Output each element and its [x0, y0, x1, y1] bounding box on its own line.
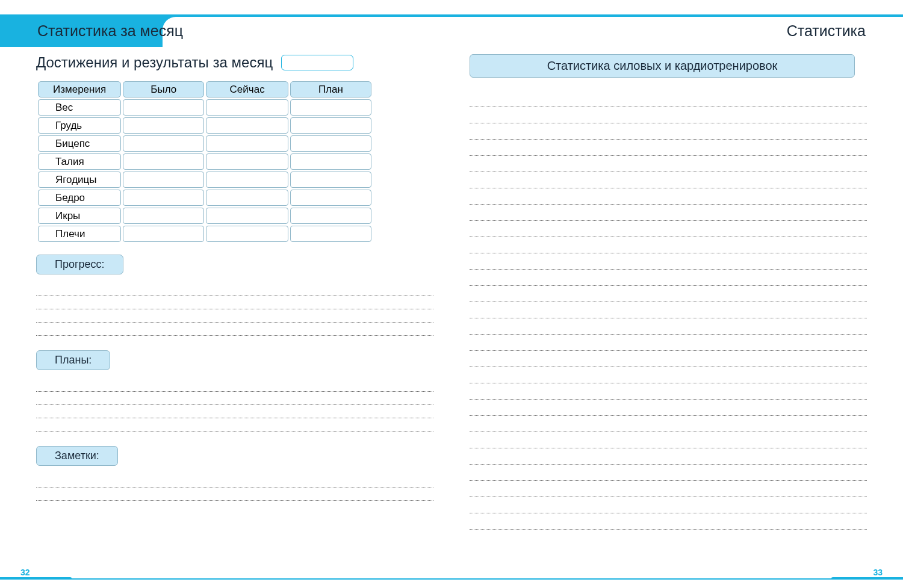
month-input[interactable] [281, 55, 353, 70]
writing-line[interactable] [36, 392, 433, 405]
writing-line[interactable] [470, 302, 867, 318]
writing-line[interactable] [470, 156, 867, 172]
footer-rule-mid [72, 578, 831, 580]
col-now: Сейчас [206, 81, 288, 97]
measure-cell[interactable] [206, 117, 288, 134]
table-row: Плечи [38, 226, 371, 242]
writing-line[interactable] [470, 513, 867, 530]
measure-cell[interactable] [123, 153, 204, 170]
writing-line[interactable] [470, 465, 867, 481]
col-was: Было [123, 81, 204, 97]
achievements-title: Достижения и результаты за месяц [36, 54, 273, 71]
writing-line[interactable] [470, 140, 867, 156]
measure-label: Вес [38, 99, 121, 116]
measure-cell[interactable] [290, 172, 371, 188]
table-row: Бицепс [38, 135, 371, 152]
writing-line[interactable] [470, 172, 867, 188]
writing-line[interactable] [470, 448, 867, 465]
page-number-right: 33 [873, 568, 883, 577]
writing-line[interactable] [470, 188, 867, 205]
measure-cell[interactable] [290, 153, 371, 170]
table-row: Икры [38, 208, 371, 224]
measure-cell[interactable] [206, 172, 288, 188]
measure-label: Бедро [38, 190, 121, 206]
section-notes: Заметки: [36, 446, 433, 501]
table-row: Бедро [38, 190, 371, 206]
measure-cell[interactable] [123, 208, 204, 224]
table-row: Вес [38, 99, 371, 116]
plans-label: Планы: [36, 350, 110, 370]
measure-cell[interactable] [123, 226, 204, 242]
measure-cell[interactable] [290, 190, 371, 206]
writing-line[interactable] [470, 107, 867, 123]
writing-line[interactable] [470, 383, 867, 400]
writing-line[interactable] [470, 286, 867, 302]
measure-cell[interactable] [206, 190, 288, 206]
writing-line[interactable] [470, 400, 867, 416]
writing-line[interactable] [36, 405, 433, 418]
writing-line[interactable] [36, 309, 433, 323]
tab-stats: Статистика [787, 14, 866, 47]
writing-line[interactable] [36, 323, 433, 336]
footer: 32 33 [0, 568, 903, 580]
plans-lines[interactable] [36, 379, 433, 432]
col-measure: Измерения [38, 81, 121, 97]
writing-line[interactable] [470, 237, 867, 253]
strength-cardio-lines[interactable] [470, 91, 867, 530]
notes-label: Заметки: [36, 446, 118, 466]
measure-cell[interactable] [290, 117, 371, 134]
measure-label: Грудь [38, 117, 121, 134]
writing-line[interactable] [470, 497, 867, 513]
writing-line[interactable] [36, 379, 433, 392]
measure-cell[interactable] [206, 153, 288, 170]
writing-line[interactable] [470, 270, 867, 286]
progress-lines[interactable] [36, 283, 433, 336]
measure-cell[interactable] [206, 208, 288, 224]
section-plans: Планы: [36, 350, 433, 432]
writing-line[interactable] [36, 283, 433, 296]
page-left: Достижения и результаты за месяц Измерен… [36, 54, 433, 558]
writing-line[interactable] [470, 432, 867, 448]
measure-cell[interactable] [290, 99, 371, 116]
table-row: Ягодицы [38, 172, 371, 188]
writing-line[interactable] [36, 487, 433, 501]
measure-cell[interactable] [123, 117, 204, 134]
writing-line[interactable] [470, 367, 867, 383]
writing-line[interactable] [470, 335, 867, 351]
measure-label: Икры [38, 208, 121, 224]
footer-rule-right [831, 577, 903, 580]
measure-cell[interactable] [123, 135, 204, 152]
measure-cell[interactable] [290, 135, 371, 152]
measurements-table: Измерения Было Сейчас План ВесГрудьБицеп… [36, 79, 373, 244]
writing-line[interactable] [36, 296, 433, 309]
tab-bar: Статистика за месяц Статистика [0, 14, 903, 47]
writing-line[interactable] [470, 416, 867, 432]
writing-line[interactable] [470, 481, 867, 497]
writing-line[interactable] [36, 418, 433, 432]
writing-line[interactable] [470, 253, 867, 270]
writing-line[interactable] [470, 351, 867, 367]
writing-line[interactable] [36, 474, 433, 487]
footer-rule-left [0, 577, 72, 580]
writing-line[interactable] [470, 221, 867, 237]
writing-line[interactable] [470, 205, 867, 221]
measure-cell[interactable] [290, 208, 371, 224]
measure-cell[interactable] [123, 190, 204, 206]
writing-line[interactable] [470, 91, 867, 107]
writing-line[interactable] [470, 318, 867, 335]
writing-line[interactable] [470, 123, 867, 140]
col-plan: План [290, 81, 371, 97]
measure-label: Бицепс [38, 135, 121, 152]
measure-cell[interactable] [290, 226, 371, 242]
notes-lines[interactable] [36, 474, 433, 501]
measure-cell[interactable] [206, 226, 288, 242]
measure-label: Талия [38, 153, 121, 170]
measure-cell[interactable] [123, 172, 204, 188]
measure-cell[interactable] [123, 99, 204, 116]
tab-monthly-stats: Статистика за месяц [37, 14, 183, 47]
measure-label: Ягодицы [38, 172, 121, 188]
strength-cardio-header: Статистика силовых и кардиотренировок [470, 54, 855, 78]
measure-cell[interactable] [206, 99, 288, 116]
measure-cell[interactable] [206, 135, 288, 152]
section-progress: Прогресс: [36, 255, 433, 336]
